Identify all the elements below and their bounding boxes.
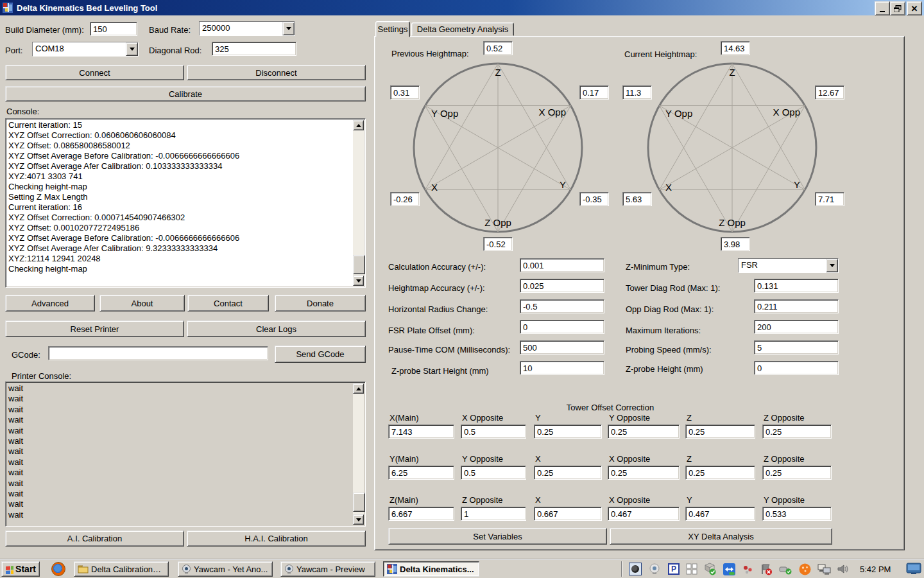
tower-offset-input[interactable] [762, 507, 832, 521]
usb-tray-icon[interactable] [778, 562, 793, 576]
xy-delta-analysis-button[interactable]: XY Delta Analysis [610, 528, 832, 545]
donate-button[interactable]: Donate [275, 295, 366, 311]
scrollbar-thumb[interactable] [353, 493, 365, 512]
show-desktop-button[interactable] [906, 563, 921, 575]
tower-offset-input[interactable] [762, 425, 832, 439]
molecule-tray-icon[interactable] [740, 562, 755, 576]
tower-offset-input[interactable] [388, 507, 454, 521]
port-combo[interactable]: COM18 [32, 42, 139, 57]
fsr-plate-offset-input[interactable] [520, 320, 604, 334]
probing-speed-input[interactable] [754, 340, 839, 355]
zprobe-height-input[interactable] [754, 361, 839, 375]
printer-console-output[interactable]: waitwaitwaitwaitwaitwaitwaitwaitwaitwait… [5, 381, 366, 527]
z-minimum-dropdown-button[interactable] [826, 259, 838, 272]
taskbar-item-yawcam[interactable]: Yawcam - Yet Ano... [178, 561, 273, 577]
calibrate-button[interactable]: Calibrate [5, 86, 366, 101]
prev-heightmap-zopp-input[interactable] [483, 237, 513, 251]
paperport-tray-icon[interactable]: P [666, 562, 681, 576]
start-button[interactable]: Start [1, 561, 40, 577]
diagonal-rod-input[interactable] [212, 42, 296, 56]
printer-console-scrollbar[interactable] [353, 383, 364, 525]
console-output[interactable]: Current iteration: 15XYZ Offset Correcti… [5, 118, 366, 288]
contact-button[interactable]: Contact [187, 295, 269, 311]
curr-heightmap-yopp-input[interactable] [622, 85, 652, 100]
prev-heightmap-y-input[interactable] [579, 192, 609, 206]
port-dropdown-button[interactable] [126, 42, 138, 56]
advanced-button[interactable]: Advanced [5, 295, 95, 311]
taskbar-item-yawcam-preview[interactable]: Yawcam - Preview [280, 561, 375, 577]
flag-alert-tray-icon[interactable] [758, 562, 774, 576]
baud-rate-combo[interactable]: 250000 [199, 21, 295, 36]
teamviewer-tray-icon[interactable] [721, 562, 737, 576]
tower-offset-input[interactable] [685, 507, 755, 521]
calc-accuracy-input[interactable] [520, 258, 604, 272]
tower-offset-input[interactable] [388, 425, 454, 439]
firefox-quicklaunch-icon[interactable] [51, 562, 65, 576]
agent-tray-icon[interactable] [797, 562, 812, 576]
scroll-up-button[interactable] [353, 383, 364, 394]
tower-offset-input[interactable] [685, 466, 755, 480]
taskbar-clock[interactable]: 5:42 PM [860, 565, 891, 574]
opp-diag-rod-input[interactable] [754, 299, 839, 313]
prev-heightmap-z-input[interactable] [483, 41, 513, 55]
network-tray-icon[interactable] [816, 562, 832, 576]
about-button[interactable]: About [99, 295, 185, 311]
minimize-button[interactable] [875, 1, 890, 15]
gcode-input[interactable] [48, 346, 268, 360]
tower-offset-input[interactable] [388, 466, 454, 480]
tower-offset-input[interactable] [685, 425, 755, 439]
prev-heightmap-yopp-input[interactable] [390, 85, 420, 100]
tower-offset-input[interactable] [608, 425, 680, 439]
dropbox-tray-icon[interactable] [702, 562, 717, 576]
windows-tray-icon[interactable] [684, 562, 699, 576]
prev-heightmap-x-input[interactable] [390, 192, 420, 206]
taskbar-item-delta-kinematics[interactable]: Delta Kinematics... [383, 561, 479, 577]
build-diameter-input[interactable] [90, 22, 137, 36]
tower-offset-input[interactable] [762, 466, 832, 480]
tower-diag-rod-input[interactable] [754, 279, 839, 293]
set-variables-button[interactable]: Set Variables [388, 528, 607, 545]
send-gcode-button[interactable]: Send GCode [275, 346, 366, 363]
hai-calibration-button[interactable]: H.A.I. Calibration [187, 530, 366, 547]
yawcam-tray-icon[interactable] [628, 562, 643, 576]
taskbar-item-delta-calibration-folder[interactable]: Delta Calibration2.... [74, 561, 169, 577]
tower-offset-input[interactable] [534, 425, 602, 439]
reset-printer-button[interactable]: Reset Printer [5, 320, 184, 337]
scroll-down-button[interactable] [353, 276, 364, 286]
scrollbar-thumb[interactable] [353, 255, 365, 274]
tab-settings[interactable]: Settings [375, 21, 410, 37]
disconnect-button[interactable]: Disconnect [187, 65, 366, 80]
tower-offset-input[interactable] [461, 425, 526, 439]
camera-tray-icon[interactable] [647, 562, 662, 576]
curr-heightmap-y-input[interactable] [815, 192, 844, 206]
curr-heightmap-xopp-input[interactable] [815, 85, 844, 100]
scroll-down-button[interactable] [353, 514, 364, 525]
curr-heightmap-z-input[interactable] [721, 41, 750, 55]
clear-logs-button[interactable]: Clear Logs [187, 320, 366, 337]
horizontal-radius-input[interactable] [520, 299, 604, 313]
restore-button[interactable] [890, 1, 905, 15]
tower-offset-input[interactable] [608, 466, 680, 480]
connect-button[interactable]: Connect [5, 65, 184, 80]
pause-time-input[interactable] [520, 340, 604, 355]
ai-calibration-button[interactable]: A.I. Calibration [5, 530, 184, 547]
heightmap-accuracy-input[interactable] [520, 279, 604, 293]
curr-heightmap-x-input[interactable] [622, 192, 652, 206]
prev-heightmap-xopp-input[interactable] [579, 85, 609, 100]
tower-offset-input[interactable] [534, 507, 602, 521]
close-button[interactable]: ✕ [907, 1, 922, 15]
tower-offset-input[interactable] [608, 507, 680, 521]
z-minimum-type-combo[interactable]: FSR [738, 258, 839, 273]
tower-cell-label: Z [687, 454, 692, 464]
zprobe-start-height-input[interactable] [520, 361, 604, 375]
scroll-up-button[interactable] [353, 120, 364, 130]
maximum-iterations-input[interactable] [754, 320, 839, 334]
curr-heightmap-zopp-input[interactable] [721, 237, 750, 251]
baud-rate-dropdown-button[interactable] [282, 22, 295, 35]
tower-offset-input[interactable] [534, 466, 602, 480]
tower-offset-input[interactable] [461, 507, 526, 521]
tab-delta-geometry-analysis[interactable]: Delta Geometry Analysis [411, 22, 514, 36]
console-scrollbar[interactable] [353, 120, 364, 286]
tower-offset-input[interactable] [461, 466, 526, 480]
volume-tray-icon[interactable] [835, 562, 851, 576]
